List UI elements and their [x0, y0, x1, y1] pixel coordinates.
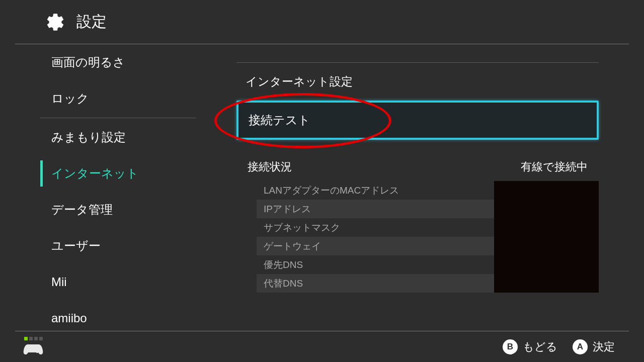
footer-actions: B もどる A 決定: [503, 339, 615, 354]
detail-label: 優先DNS: [264, 258, 303, 272]
sidebar-item-parental[interactable]: みまもり設定: [40, 119, 206, 155]
sidebar-item-amiibo[interactable]: amiibo: [40, 300, 206, 331]
sidebar-item-user[interactable]: ユーザー: [40, 228, 206, 264]
redacted-values-overlay: [494, 181, 599, 293]
sidebar-item-lock[interactable]: ロック: [40, 80, 206, 117]
svg-point-2: [34, 349, 36, 351]
detail-label: サブネットマスク: [264, 221, 340, 234]
sidebar-item-internet[interactable]: インターネット: [40, 155, 206, 192]
main-panel: インターネット設定 接続テスト 接続状況 有線で接続中 LANアダプターのMAC…: [206, 44, 644, 331]
sidebar-item-label: ユーザー: [51, 238, 101, 254]
svg-point-1: [38, 349, 40, 351]
b-button-icon: B: [503, 339, 518, 354]
ok-button[interactable]: A 決定: [573, 339, 615, 354]
a-button-icon: A: [573, 339, 588, 354]
player-dots: [23, 337, 43, 340]
connection-test-label: 接続テスト: [249, 112, 310, 128]
sidebar-item-label: インターネット: [51, 165, 139, 182]
page-header: 設定: [15, 0, 629, 44]
page-title: 設定: [76, 12, 107, 32]
status-label: 接続状況: [248, 159, 292, 174]
detail-label: ゲートウェイ: [264, 240, 321, 253]
controller-indicator: [23, 337, 43, 356]
divider: [236, 62, 599, 63]
detail-label: LANアダプターのMACアドレス: [264, 184, 399, 197]
sidebar-item-data-management[interactable]: データ管理: [40, 192, 206, 228]
sidebar-item-label: 画面の明るさ: [51, 54, 125, 70]
footer: B もどる A 決定: [15, 331, 629, 362]
sidebar-item-brightness[interactable]: 画面の明るさ: [40, 44, 206, 80]
back-button[interactable]: B もどる: [503, 339, 557, 354]
sidebar-item-label: Mii: [51, 275, 67, 289]
sidebar-item-mii[interactable]: Mii: [40, 264, 206, 300]
gear-icon: [45, 12, 65, 32]
sidebar-item-label: データ管理: [51, 202, 113, 218]
sidebar-item-label: みまもり設定: [51, 129, 126, 145]
status-value: 有線で接続中: [521, 159, 588, 174]
sidebar-item-label: ロック: [51, 90, 89, 107]
sidebar-item-label: amiibo: [51, 311, 87, 325]
svg-point-0: [36, 347, 38, 349]
connection-detail-block: LANアダプターのMACアドレス IPアドレス サブネットマスク ゲートウェイ …: [257, 181, 599, 293]
connection-status-row[interactable]: 接続状況 有線で接続中: [236, 153, 599, 181]
detail-label: IPアドレス: [264, 203, 311, 216]
svg-point-3: [36, 351, 38, 353]
controller-icon: [23, 342, 43, 356]
back-label: もどる: [523, 339, 557, 354]
connection-test-button[interactable]: 接続テスト: [236, 101, 599, 140]
sidebar: 画面の明るさ ロック みまもり設定 インターネット データ管理 ユーザー Mii…: [0, 44, 206, 331]
body: 画面の明るさ ロック みまもり設定 インターネット データ管理 ユーザー Mii…: [0, 44, 644, 331]
ok-label: 決定: [593, 339, 615, 354]
section-title: インターネット設定: [236, 74, 599, 89]
detail-label: 代替DNS: [264, 277, 303, 290]
sidebar-divider: [40, 118, 196, 118]
